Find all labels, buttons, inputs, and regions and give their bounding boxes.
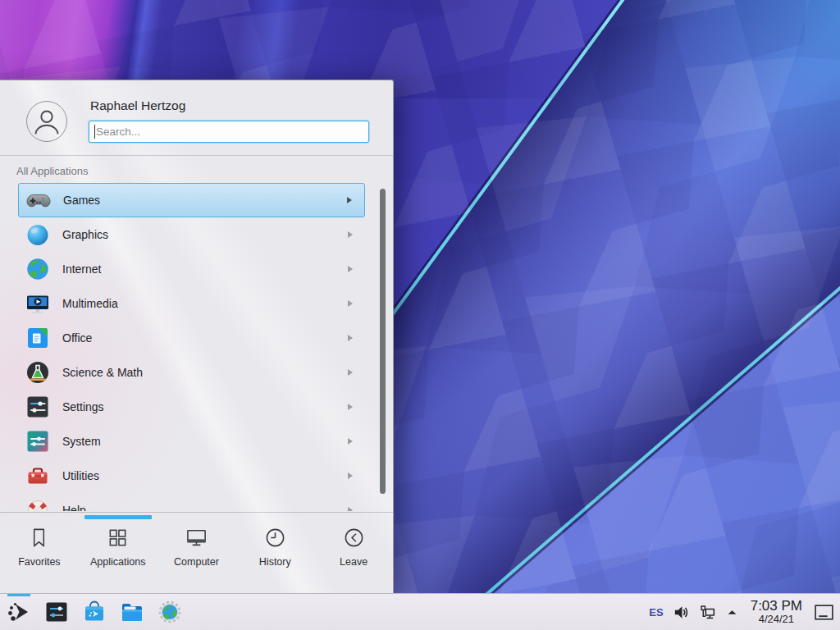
- submenu-arrow-icon: [347, 506, 354, 511]
- grid-icon: [107, 527, 129, 549]
- utilities-icon: [25, 463, 51, 489]
- submenu-arrow-icon: [347, 299, 354, 308]
- text-cursor: [94, 125, 95, 139]
- category-item-help[interactable]: Help: [18, 493, 365, 511]
- network-icon[interactable]: [699, 604, 716, 621]
- category-item-utilities[interactable]: Utilities: [18, 459, 365, 493]
- search-input[interactable]: [89, 121, 369, 143]
- application-launcher-menu: Raphael Hertzog All Applications Games G…: [0, 80, 394, 593]
- submenu-arrow-icon: [347, 403, 354, 411]
- clock-date: 4/24/21: [751, 614, 802, 625]
- leave-icon: [343, 527, 365, 549]
- clock[interactable]: 7:03 PM 4/24/21: [751, 599, 802, 625]
- volume-icon[interactable]: [673, 604, 690, 621]
- tab-bar: Favorites Applications Computer History …: [0, 513, 393, 593]
- header-divider: [0, 155, 393, 156]
- office-icon: [25, 325, 51, 351]
- taskbar: ES 7:03 PM 4/24/21: [0, 593, 840, 630]
- expand-up-icon[interactable]: [725, 605, 739, 619]
- discover-button[interactable]: [82, 600, 107, 624]
- tab-leave[interactable]: Leave: [314, 513, 393, 593]
- section-label: All Applications: [16, 165, 88, 177]
- clock-icon: [264, 527, 286, 549]
- user-name: Raphael Hertzog: [90, 98, 185, 113]
- category-item-system[interactable]: System: [18, 424, 365, 459]
- taskbar-launchers: [7, 600, 182, 624]
- globe-icon: [25, 256, 51, 282]
- graphics-icon: [25, 221, 51, 248]
- submenu-arrow-icon: [347, 472, 354, 480]
- category-item-science-math[interactable]: Science & Math: [18, 355, 365, 390]
- tab-applications[interactable]: Applications: [79, 513, 158, 593]
- file-manager-button[interactable]: [120, 600, 144, 624]
- category-item-settings[interactable]: Settings: [18, 390, 365, 424]
- science-icon: [25, 359, 51, 386]
- system-settings-button[interactable]: [44, 600, 69, 624]
- user-avatar[interactable]: [26, 101, 67, 142]
- submenu-arrow-icon: [347, 231, 354, 239]
- category-item-office[interactable]: Office: [18, 321, 365, 355]
- tab-computer[interactable]: Computer: [158, 513, 236, 593]
- bookmark-icon: [28, 527, 50, 549]
- show-desktop-button[interactable]: [813, 601, 835, 623]
- submenu-arrow-icon: [347, 437, 354, 445]
- submenu-arrow-icon: [347, 334, 354, 342]
- category-item-internet[interactable]: Internet: [18, 252, 365, 286]
- gamepad-icon: [25, 187, 52, 213]
- multimedia-icon: [25, 290, 51, 317]
- settings-icon: [25, 394, 51, 420]
- desktop: Raphael Hertzog All Applications Games G…: [0, 0, 840, 630]
- clock-time: 7:03 PM: [751, 599, 802, 614]
- category-item-graphics[interactable]: Graphics: [18, 217, 365, 252]
- submenu-arrow-icon: [347, 368, 354, 377]
- help-icon: [25, 497, 51, 511]
- scrollbar-thumb[interactable]: [380, 189, 386, 494]
- tab-favorites[interactable]: Favorites: [0, 513, 79, 593]
- web-browser-button[interactable]: [158, 600, 182, 624]
- category-item-games[interactable]: Games: [18, 183, 365, 217]
- keyboard-layout-indicator[interactable]: ES: [649, 606, 663, 619]
- category-list: Games Graphics Internet Multimedia Offic…: [18, 183, 365, 511]
- application-launcher-button[interactable]: [7, 600, 31, 624]
- category-item-multimedia[interactable]: Multimedia: [18, 286, 365, 321]
- submenu-arrow-icon: [346, 196, 353, 204]
- submenu-arrow-icon: [347, 265, 354, 273]
- system-tray: ES 7:03 PM 4/24/21: [649, 594, 837, 630]
- tab-history[interactable]: History: [235, 513, 314, 593]
- system-icon: [25, 428, 51, 454]
- monitor-icon: [185, 527, 208, 549]
